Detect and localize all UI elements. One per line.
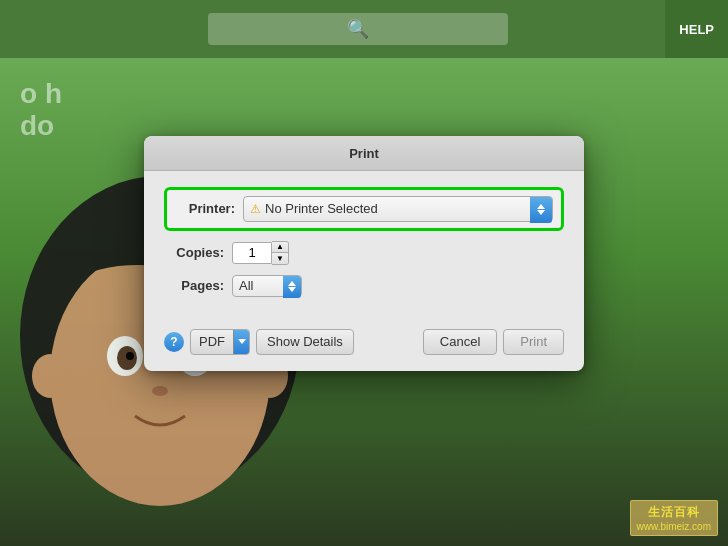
pdf-arrow-down-icon — [238, 339, 246, 344]
copies-input[interactable]: 1 — [232, 242, 272, 264]
stepper-up-button[interactable]: ▲ — [272, 242, 288, 253]
arrow-up-icon — [537, 204, 545, 209]
stepper-down-button[interactable]: ▼ — [272, 253, 288, 264]
pages-label: Pages: — [164, 278, 224, 293]
warning-icon: ⚠ — [250, 202, 261, 216]
help-symbol: ? — [170, 335, 177, 349]
print-dialog: Print Printer: ⚠ No Printer Selected Cop… — [144, 136, 584, 371]
help-circle-button[interactable]: ? — [164, 332, 184, 352]
printer-label: Printer: — [175, 201, 235, 216]
pages-select-arrow — [283, 276, 301, 298]
pages-dropdown[interactable]: All — [232, 275, 302, 297]
show-details-button[interactable]: Show Details — [256, 329, 354, 355]
show-details-label: Show Details — [267, 334, 343, 349]
copies-row: Copies: 1 ▲ ▼ — [164, 241, 564, 265]
dialog-title: Print — [349, 146, 379, 161]
copies-value: 1 — [248, 245, 255, 260]
pdf-label: PDF — [191, 334, 233, 349]
watermark-line2: www.bimeiz.com — [637, 521, 711, 532]
dialog-body: Printer: ⚠ No Printer Selected Copies: 1 — [144, 171, 584, 321]
copies-stepper[interactable]: ▲ ▼ — [272, 241, 289, 265]
dialog-title-bar: Print — [144, 136, 584, 171]
cancel-label: Cancel — [440, 334, 480, 349]
watermark: 生活百科 www.bimeiz.com — [630, 500, 718, 536]
dialog-footer: ? PDF Show Details Cancel Print — [144, 321, 584, 371]
watermark-line1: 生活百科 — [637, 504, 711, 521]
cancel-button[interactable]: Cancel — [423, 329, 497, 355]
copies-label: Copies: — [164, 245, 224, 260]
pdf-dropdown-arrow[interactable] — [233, 329, 249, 355]
printer-row: Printer: ⚠ No Printer Selected — [164, 187, 564, 231]
print-label: Print — [520, 334, 547, 349]
pages-row: Pages: All — [164, 275, 564, 297]
pages-arrow-down — [288, 287, 296, 292]
printer-dropdown[interactable]: ⚠ No Printer Selected — [243, 196, 553, 222]
arrow-down-icon — [537, 210, 545, 215]
pages-arrow-up — [288, 281, 296, 286]
printer-value: No Printer Selected — [265, 201, 546, 216]
pdf-button[interactable]: PDF — [190, 329, 250, 355]
printer-select-arrow — [530, 197, 552, 223]
dialog-overlay: Print Printer: ⚠ No Printer Selected Cop… — [0, 0, 728, 546]
print-button[interactable]: Print — [503, 329, 564, 355]
